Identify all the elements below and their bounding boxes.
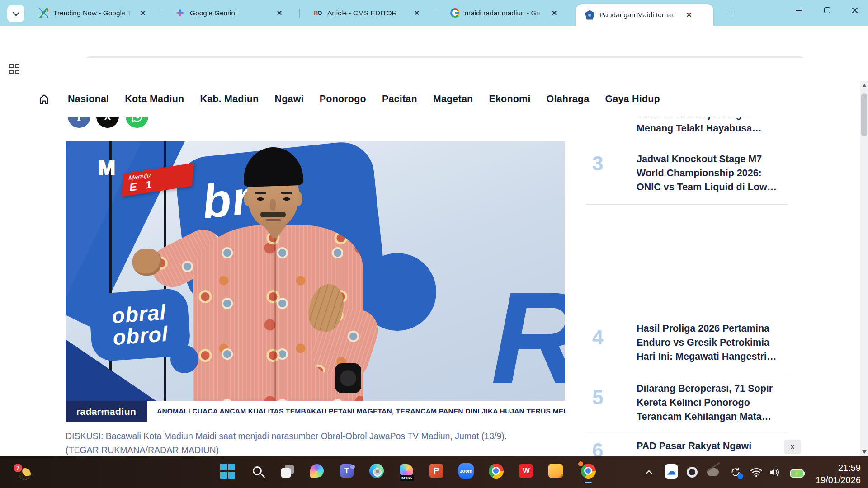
nav-item-pacitan[interactable]: Pacitan: [382, 94, 417, 105]
page-scrollbar[interactable]: [860, 81, 868, 456]
zoom-icon: zoom: [458, 463, 474, 479]
popular-item-4[interactable]: Hasil Proliga 2026 Pertamina Enduro vs G…: [637, 322, 790, 364]
onedrive-tray-button[interactable]: ☁: [665, 465, 678, 478]
zoom-button[interactable]: zoom: [457, 462, 475, 480]
task-view-button[interactable]: [278, 462, 296, 480]
widgets-button[interactable]: 7: [14, 465, 33, 481]
caption-line-1: DISKUSI: Bacawali Kota Madiun Maidi saat…: [66, 431, 507, 441]
tab-separator: [299, 9, 300, 18]
edge-icon: [369, 464, 384, 478]
volume-button[interactable]: [768, 466, 781, 479]
popular-title-line: Kereta Kelinci Ponorogo: [637, 396, 790, 410]
google-trends-icon: [39, 8, 48, 18]
apps-grid-icon[interactable]: [9, 64, 19, 74]
browser-tab-strip: Trending Now - Google T ✕ Google Gemini …: [0, 0, 868, 26]
nav-item-ngawi[interactable]: Ngawi: [274, 94, 303, 105]
tab-close-icon[interactable]: ✕: [684, 9, 694, 20]
popular-rank-4: 4: [592, 326, 603, 349]
chrome-update-badge: [577, 460, 584, 467]
tab-article-active[interactable]: Pandangan Maidi terhad ✕: [576, 4, 713, 26]
tab-close-icon[interactable]: ✕: [411, 8, 422, 19]
sidebar-divider: [586, 204, 788, 205]
nav-item-kota-madiun[interactable]: Kota Madiun: [125, 94, 184, 105]
tab-title: Google Gemini: [190, 9, 270, 17]
window-maximize-button[interactable]: [814, 0, 840, 20]
battery-charging-icon: ⚡: [790, 469, 804, 478]
start-button[interactable]: [218, 462, 236, 480]
popular-item-5[interactable]: Dilarang Beroperasi, 71 Sopir Kereta Kel…: [637, 382, 790, 424]
tray-ring-button[interactable]: [685, 466, 699, 479]
hero-letter-r: R: [491, 272, 565, 403]
tray-sync-button[interactable]: [729, 466, 742, 479]
scrollbar-thumb[interactable]: [861, 93, 867, 136]
window-minimize-button[interactable]: [786, 0, 812, 20]
teams-icon: T: [340, 464, 354, 478]
sticky-ad-close-button[interactable]: X: [784, 440, 801, 453]
windows-taskbar: 7 T M365 P zoom W ☁: [0, 456, 868, 488]
clock-date: 19/01/2026: [816, 474, 861, 486]
tab-google-gemini[interactable]: Google Gemini ✕: [169, 0, 294, 26]
speaker-icon: [769, 467, 780, 478]
person-eye: [257, 197, 264, 201]
scroll-up-arrow-icon[interactable]: [862, 84, 867, 87]
copilot-button[interactable]: [308, 462, 326, 480]
logo-line-obrol: obrol: [112, 323, 169, 348]
nav-item-ponorogo[interactable]: Ponorogo: [320, 94, 366, 105]
person-watch: [335, 363, 361, 393]
ticker-text: ANOMALI CUACA ANCAM KUALITAS TEMBAKAU PE…: [147, 407, 565, 415]
nav-item-olahraga[interactable]: Olahraga: [547, 94, 590, 105]
browser-toolbar: radarmadiun.jawapos.com/madiun/805085950…: [0, 26, 868, 58]
edge-button[interactable]: [368, 462, 386, 480]
tray-show-hidden-button[interactable]: [642, 466, 656, 479]
article-hero-image[interactable]: bral brol R M Menuju E 1 obral obrol: [66, 141, 565, 422]
nav-item-magetan[interactable]: Magetan: [433, 94, 473, 105]
ring-icon: [687, 467, 698, 478]
m365-copilot-button[interactable]: M365: [397, 462, 415, 480]
teams-button[interactable]: T: [338, 462, 356, 480]
bookmarks-bar: [0, 58, 868, 81]
wifi-button[interactable]: [750, 466, 763, 479]
desktop-screen: Trending Now - Google T ✕ Google Gemini …: [0, 0, 868, 488]
sticky-notes-button[interactable]: [547, 462, 565, 480]
scroll-down-arrow-icon[interactable]: [862, 450, 867, 454]
new-tab-button[interactable]: [723, 6, 739, 22]
tab-close-icon[interactable]: ✕: [549, 8, 560, 19]
ro-letter-o: O: [317, 9, 321, 16]
tab-title: maidi radar madiun - Go: [465, 9, 545, 17]
popular-item-6[interactable]: PAD Pasar Rakyat Ngawi: [637, 439, 790, 453]
nav-item-ekonomi[interactable]: Ekonomi: [489, 94, 530, 105]
notes-icon: [548, 464, 563, 478]
tab-search-button[interactable]: [7, 5, 24, 22]
site-navigation: Nasional Kota Madiun Kab. Madiun Ngawi P…: [0, 81, 860, 117]
sidebar-divider: [586, 374, 788, 374]
taskbar-clock[interactable]: 21:59 19/01/2026: [816, 462, 861, 486]
nav-item-kab-madiun[interactable]: Kab. Madiun: [200, 94, 259, 105]
tray-hidden-cloud-button[interactable]: [706, 466, 720, 479]
popular-title-line: Terancam Kehilangan Mata…: [637, 410, 790, 424]
copilot-icon: [310, 464, 324, 478]
popular-title-line: ONIC vs Team Liquid di Low…: [637, 180, 790, 194]
nav-item-nasional[interactable]: Nasional: [68, 94, 109, 105]
caption-line-2: (TEGAR RUKMANA/RADAR MADIUN): [66, 445, 219, 455]
chrome-icon: [489, 464, 504, 479]
wps-office-button[interactable]: W: [517, 462, 535, 480]
search-icon: [253, 466, 262, 475]
tab-cms-editor[interactable]: RO Article - CMS EDITOR ✕: [307, 0, 432, 26]
person-mustache: [260, 212, 286, 217]
tab-close-icon[interactable]: ✕: [274, 8, 285, 19]
tab-separator: [437, 9, 437, 18]
chrome-button[interactable]: [487, 462, 505, 480]
chrome-active-button[interactable]: [579, 462, 597, 480]
tab-trending-now[interactable]: Trending Now - Google T ✕: [33, 0, 156, 26]
search-button[interactable]: [248, 462, 266, 480]
wifi-icon: [750, 467, 763, 478]
tab-close-icon[interactable]: ✕: [137, 8, 148, 19]
tab-google-search[interactable]: maidi radar madiun - Go ✕: [444, 0, 570, 26]
popular-item-3[interactable]: Jadwal Knockout Stage M7 World Champions…: [637, 152, 790, 194]
home-icon[interactable]: [38, 93, 50, 105]
nav-item-gaya-hidup[interactable]: Gaya Hidup: [605, 94, 660, 105]
popular-title-line: Hari Ini: Megawati Hangestri…: [637, 350, 790, 364]
powerpoint-button[interactable]: P: [427, 462, 445, 480]
battery-button[interactable]: ⚡: [790, 467, 804, 480]
window-close-button[interactable]: [842, 0, 868, 20]
